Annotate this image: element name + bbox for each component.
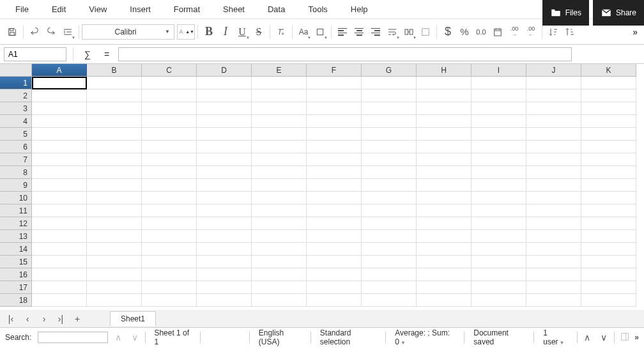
cell-G7[interactable] xyxy=(362,153,417,166)
cell-E11[interactable] xyxy=(252,204,307,217)
cell-C13[interactable] xyxy=(142,230,197,243)
cell-B8[interactable] xyxy=(87,166,142,179)
cell-J11[interactable] xyxy=(526,204,581,217)
cell-J18[interactable] xyxy=(526,294,581,307)
cell-D10[interactable] xyxy=(197,192,252,204)
cell-C4[interactable] xyxy=(142,115,197,128)
cell-A3[interactable] xyxy=(32,102,87,115)
sort-desc-button[interactable] xyxy=(562,24,578,40)
cell-A6[interactable] xyxy=(32,141,87,153)
cell-G9[interactable] xyxy=(362,179,417,192)
search-prev-button[interactable]: ∧ xyxy=(112,332,125,342)
selection-mode-label[interactable]: Standard selection xyxy=(315,328,381,346)
cell-F3[interactable] xyxy=(307,102,362,115)
cell-B17[interactable] xyxy=(87,281,142,294)
formula-equals-button[interactable]: = xyxy=(99,47,114,61)
wrap-text-button[interactable]: ▼ xyxy=(384,24,401,40)
cell-B1[interactable] xyxy=(87,77,142,89)
add-sheet-button[interactable]: + xyxy=(70,314,84,324)
cell-K18[interactable] xyxy=(581,294,636,307)
cell-D13[interactable] xyxy=(197,230,252,243)
cell-C2[interactable] xyxy=(142,89,197,102)
column-header-D[interactable]: D xyxy=(197,64,252,77)
cell-D15[interactable] xyxy=(197,256,252,268)
cell-B14[interactable] xyxy=(87,243,142,256)
cell-A11[interactable] xyxy=(32,204,87,217)
cell-A1[interactable] xyxy=(32,77,87,89)
cell-F16[interactable] xyxy=(307,268,362,281)
cell-E9[interactable] xyxy=(252,179,307,192)
cell-C8[interactable] xyxy=(142,166,197,179)
cell-E13[interactable] xyxy=(252,230,307,243)
cell-C9[interactable] xyxy=(142,179,197,192)
row-header-3[interactable]: 3 xyxy=(0,102,32,115)
cell-J16[interactable] xyxy=(526,268,581,281)
row-header-8[interactable]: 8 xyxy=(0,166,32,179)
underline-button[interactable]: U▼ xyxy=(234,24,250,40)
first-sheet-button[interactable]: |‹ xyxy=(4,314,18,324)
cell-E3[interactable] xyxy=(252,102,307,115)
cell-D6[interactable] xyxy=(197,141,252,153)
cell-A13[interactable] xyxy=(32,230,87,243)
cell-I16[interactable] xyxy=(471,268,526,281)
cell-D17[interactable] xyxy=(197,281,252,294)
cell-H13[interactable] xyxy=(417,230,471,243)
cell-C17[interactable] xyxy=(142,281,197,294)
bold-button[interactable]: B xyxy=(201,24,217,40)
cell-I5[interactable] xyxy=(471,128,526,141)
cell-K8[interactable] xyxy=(581,166,636,179)
cell-A5[interactable] xyxy=(32,128,87,141)
sheet-tab-1[interactable]: Sheet1 xyxy=(110,311,156,326)
row-header-11[interactable]: 11 xyxy=(0,204,32,217)
cell-K1[interactable] xyxy=(581,77,636,89)
strikethrough-button[interactable]: S xyxy=(250,24,267,40)
cell-F7[interactable] xyxy=(307,153,362,166)
cell-B11[interactable] xyxy=(87,204,142,217)
cell-I10[interactable] xyxy=(471,192,526,204)
cell-J9[interactable] xyxy=(526,179,581,192)
row-header-6[interactable]: 6 xyxy=(0,141,32,153)
remove-decimal-button[interactable]: .00← xyxy=(523,24,539,40)
cell-A8[interactable] xyxy=(32,166,87,179)
cell-H15[interactable] xyxy=(417,256,471,268)
cell-E6[interactable] xyxy=(252,141,307,153)
align-left-button[interactable] xyxy=(334,24,351,40)
cell-K5[interactable] xyxy=(581,128,636,141)
cell-J1[interactable] xyxy=(526,77,581,89)
row-header-7[interactable]: 7 xyxy=(0,153,32,166)
save-button[interactable] xyxy=(4,24,20,40)
cell-G14[interactable] xyxy=(362,243,417,256)
column-header-F[interactable]: F xyxy=(307,64,362,77)
text-case-button[interactable]: Aa▼ xyxy=(295,24,312,40)
cell-K3[interactable] xyxy=(581,102,636,115)
cell-F10[interactable] xyxy=(307,192,362,204)
cell-B2[interactable] xyxy=(87,89,142,102)
column-header-A[interactable]: A xyxy=(32,64,87,77)
cell-I12[interactable] xyxy=(471,217,526,230)
cell-I8[interactable] xyxy=(471,166,526,179)
cell-B4[interactable] xyxy=(87,115,142,128)
menu-tools[interactable]: Tools xyxy=(296,1,339,18)
cell-F12[interactable] xyxy=(307,217,362,230)
cell-C15[interactable] xyxy=(142,256,197,268)
cell-K2[interactable] xyxy=(581,89,636,102)
cell-B15[interactable] xyxy=(87,256,142,268)
cell-I7[interactable] xyxy=(471,153,526,166)
cell-C6[interactable] xyxy=(142,141,197,153)
cell-G10[interactable] xyxy=(362,192,417,204)
cell-D12[interactable] xyxy=(197,217,252,230)
sidebar-toggle-button[interactable] xyxy=(618,332,631,343)
column-header-E[interactable]: E xyxy=(252,64,307,77)
search-input[interactable] xyxy=(38,332,108,343)
menu-edit[interactable]: Edit xyxy=(40,1,77,18)
cell-F11[interactable] xyxy=(307,204,362,217)
cell-E8[interactable] xyxy=(252,166,307,179)
menu-view[interactable]: View xyxy=(77,1,118,18)
cell-G13[interactable] xyxy=(362,230,417,243)
cell-H8[interactable] xyxy=(417,166,471,179)
cell-J8[interactable] xyxy=(526,166,581,179)
cell-F9[interactable] xyxy=(307,179,362,192)
number-format-button[interactable]: 0.0 xyxy=(473,24,489,40)
cell-G11[interactable] xyxy=(362,204,417,217)
cell-G1[interactable] xyxy=(362,77,417,89)
